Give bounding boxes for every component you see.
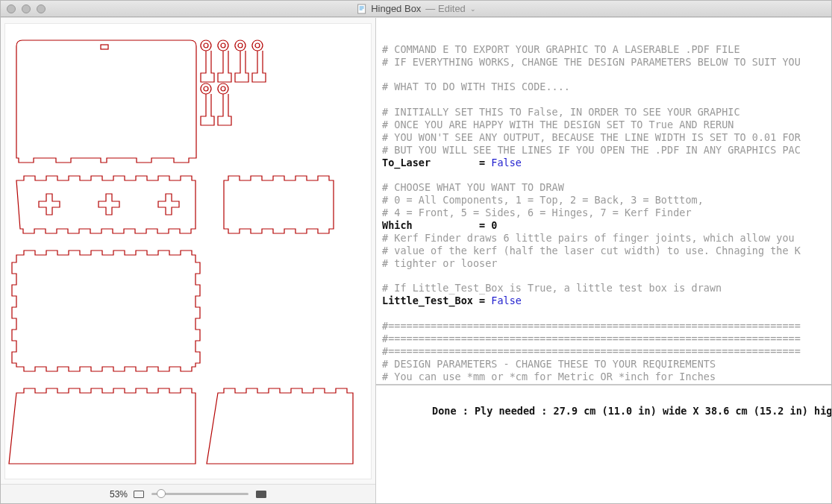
code-line[interactable]: #=======================================… [382, 333, 831, 345]
code-line[interactable]: # ONCE YOU ARE HAPPY WITH THE DESIGN SET… [382, 119, 831, 131]
zoom-out-icon[interactable] [134, 491, 144, 498]
code-line[interactable]: # CHOOSE WHAT YOU WANT TO DRAW [382, 181, 831, 194]
code-line[interactable]: # COMMAND E TO EXPORT YOUR GRAPHIC TO A … [382, 43, 831, 56]
code-line[interactable]: To_Laser = False [382, 157, 831, 169]
canvas-wrap [1, 18, 375, 484]
zoom-in-icon[interactable] [256, 491, 266, 498]
code-line[interactable]: # tighter or looser [382, 257, 831, 270]
close-icon[interactable] [7, 4, 16, 13]
titlebar: Hinged Box — Edited ⌄ [1, 1, 831, 17]
output-text: Done : Ply needed : 27.9 cm (11.0 in) wi… [432, 405, 831, 417]
code-line[interactable]: # Kerf Finder draws 6 little pairs of fi… [382, 232, 831, 245]
code-line[interactable]: # 0 = All Components, 1 = Top, 2 = Back,… [382, 194, 831, 207]
svg-point-2 [204, 43, 208, 48]
code-line[interactable]: # If Little_Test_Box is True, a little t… [382, 282, 831, 294]
code-editor[interactable]: # COMMAND E TO EXPORT YOUR GRAPHIC TO A … [376, 18, 831, 384]
traffic-lights [1, 4, 46, 13]
svg-point-5 [255, 43, 260, 48]
zoom-percent-label: 53% [110, 489, 128, 500]
code-line[interactable]: # You can use *mm or *cm for Metric OR *… [382, 371, 831, 383]
code-line[interactable]: # 4 = Front, 5 = Sides, 6 = Hinges, 7 = … [382, 207, 831, 219]
zoom-slider[interactable] [151, 489, 248, 500]
code-line[interactable]: # IF EVERYTHING WORKS, CHANGE THE DESIGN… [382, 56, 831, 69]
code-line[interactable]: #=======================================… [382, 320, 831, 333]
output-console[interactable]: Done : Ply needed : 27.9 cm (11.0 in) wi… [376, 384, 831, 503]
svg-rect-1 [101, 45, 108, 49]
code-line[interactable] [382, 69, 831, 81]
code-pane: # COMMAND E TO EXPORT YOUR GRAPHIC TO A … [376, 18, 831, 503]
svg-point-6 [204, 86, 208, 91]
code-line[interactable] [382, 93, 831, 106]
window-title[interactable]: Hinged Box — Edited ⌄ [356, 3, 476, 14]
code-line[interactable]: # WHAT TO DO WITH THIS CODE.... [382, 81, 831, 93]
zoom-icon[interactable] [37, 4, 46, 13]
title-edited: — Edited [425, 3, 465, 14]
code-line[interactable] [382, 270, 831, 283]
code-line[interactable] [382, 169, 831, 182]
svg-rect-0 [357, 4, 365, 13]
chevron-down-icon[interactable]: ⌄ [470, 5, 476, 13]
minimize-icon[interactable] [22, 4, 31, 13]
code-line[interactable]: #=======================================… [382, 345, 831, 358]
code-line[interactable]: Which = 0 [382, 219, 831, 232]
svg-point-7 [221, 86, 225, 91]
graphic-pane: 53% [1, 18, 376, 503]
code-line[interactable]: # DESIGN PARAMETERS - CHANGE THESE TO YO… [382, 358, 831, 371]
code-line[interactable]: # BUT YOU WILL SEE THE LINES IF YOU OPEN… [382, 144, 831, 157]
svg-point-3 [221, 43, 225, 48]
title-text: Hinged Box [371, 3, 421, 14]
main-area: 53% # COMMAND E TO EXPORT YOUR GRAPHIC T… [1, 17, 831, 503]
code-line[interactable]: # value of the kerf (half the laser cut … [382, 245, 831, 257]
code-line[interactable]: # YOU WON'T SEE ANY OUTPUT, BECAUSE THE … [382, 131, 831, 144]
svg-point-4 [238, 43, 243, 48]
document-icon [356, 4, 366, 14]
code-line[interactable]: # INITIALLY SET THIS TO False, IN ORDER … [382, 106, 831, 119]
code-line[interactable]: Little_Test_Box = False [382, 294, 831, 307]
code-line[interactable] [382, 307, 831, 320]
app-window: Hinged Box — Edited ⌄ [0, 0, 832, 504]
laser-layout-canvas[interactable] [5, 24, 371, 479]
zoom-bar: 53% [1, 484, 375, 503]
